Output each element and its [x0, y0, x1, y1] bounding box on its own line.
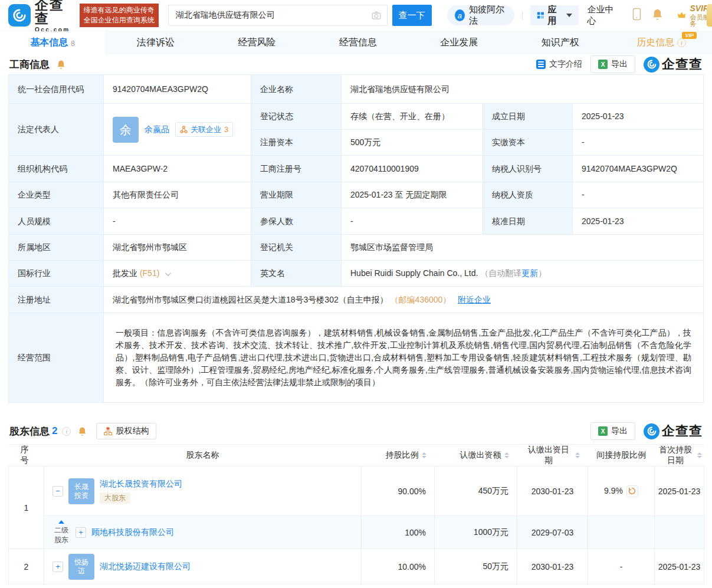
- zhibi-alpha-icon: a: [455, 9, 465, 21]
- notification-bell-icon[interactable]: [652, 8, 663, 23]
- level2-triangle-icon[interactable]: [58, 520, 64, 524]
- expand-button[interactable]: +: [76, 527, 86, 538]
- vip-badge: VIP: [682, 32, 697, 39]
- sort-icon[interactable]: [504, 452, 509, 458]
- enterprise-center-link[interactable]: 企业中心: [587, 4, 618, 27]
- text-intro-button[interactable]: 文字介绍: [536, 59, 582, 70]
- field-label: 企业名称: [251, 75, 342, 104]
- field-label: 实缴资本: [483, 130, 573, 156]
- address-zip: （邮编436000）: [391, 295, 451, 304]
- legal-rep-avatar[interactable]: 余: [113, 117, 139, 143]
- qcc-watermark: 企查查: [644, 422, 703, 440]
- indirect-value: 9.9%: [604, 485, 623, 495]
- info-icon[interactable]: i: [62, 427, 71, 436]
- qcc-watermark: 企查查: [644, 55, 703, 73]
- tab-basic-label: 基本信息: [30, 37, 68, 49]
- field-label: 所属地区: [9, 235, 104, 261]
- tab-legal[interactable]: 法律诉讼: [105, 31, 206, 54]
- shareholders-count: 2: [52, 425, 57, 437]
- nearby-link[interactable]: 附近企业: [458, 295, 491, 304]
- apps-menu-button[interactable]: 应用: [530, 5, 579, 25]
- indirect-value: -: [588, 549, 655, 584]
- tab-risk-label: 经营风险: [238, 37, 275, 49]
- export-label: 导出: [611, 59, 628, 70]
- svip-crown-icon: [677, 11, 687, 20]
- expand-button[interactable]: +: [53, 561, 63, 572]
- qcc-logo-icon[interactable]: [8, 4, 31, 27]
- equity-penetration-icon[interactable]: [626, 485, 638, 497]
- brand-slogan: 缔造有远见的商业传奇 全国企业信用查询系统: [80, 4, 159, 27]
- shareholder-link[interactable]: 湖北长晟投资有限公司: [100, 479, 182, 488]
- collapse-button[interactable]: −: [53, 486, 63, 497]
- shareholders-header: 股东信息 2 i 股权结构 X 导出: [0, 418, 712, 444]
- subscribe-bell-icon[interactable]: [78, 426, 87, 436]
- tab-development[interactable]: 企业发展: [409, 31, 510, 54]
- zhibi-alpha-button[interactable]: a 知彼阿尔法: [447, 5, 514, 25]
- tab-history[interactable]: VIP 历史信息 i: [611, 31, 712, 54]
- approval-date-value: 2025-01-23: [573, 208, 704, 235]
- credit-code-value: 91420704MAEA3GPW2Q: [104, 75, 251, 104]
- tab-ip[interactable]: 知识产权: [510, 31, 611, 54]
- top-header: 企查查 Qcc.com 缔造有远见的商业传奇 全国企业信用查询系统 查一下 a …: [0, 0, 712, 31]
- field-label: 经营范围: [9, 313, 104, 403]
- field-label: 人员规模: [9, 208, 104, 235]
- shareholder-avatar[interactable]: 长晟投资: [68, 478, 94, 504]
- paid-capital-value: -: [573, 130, 704, 156]
- reg-capital-value: 500万元: [342, 130, 483, 156]
- row-no: 2: [9, 549, 44, 584]
- equity-structure-button[interactable]: 股权结构: [96, 423, 156, 439]
- camera-icon[interactable]: [371, 10, 382, 23]
- tab-basic-info[interactable]: 基本信息 8: [0, 31, 105, 54]
- related-company-badge[interactable]: 关联企业 3: [175, 122, 233, 137]
- info-icon[interactable]: i: [677, 38, 686, 47]
- shareholder-link[interactable]: 顾地科技股份有限公司: [91, 527, 174, 538]
- company-type-value: 其他有限责任公司: [104, 182, 251, 208]
- sub-shareholder-name-cell: 二级 股东 + 顾地科技股份有限公司: [44, 516, 362, 549]
- industry-cell: 批发业 (F51): [104, 261, 251, 287]
- search-button[interactable]: 查一下: [392, 5, 432, 26]
- mobile-app-icon[interactable]: [632, 8, 641, 23]
- tab-risk[interactable]: 经营风险: [206, 31, 308, 54]
- brand-name: 企查查: [35, 0, 76, 25]
- tab-operation[interactable]: 经营信息: [307, 31, 409, 54]
- reg-authority-value: 鄂城区市场监督管理局: [342, 235, 704, 261]
- sort-icon[interactable]: [575, 452, 580, 458]
- translate-update-link[interactable]: 更新: [521, 268, 538, 278]
- export-button[interactable]: X 导出: [590, 422, 635, 440]
- org-code-value: MAEA3GPW-2: [104, 156, 251, 182]
- top-right-tools: a 知彼阿尔法 应用 企业中心: [447, 4, 712, 27]
- reg-status-value: 存续（在营、开业、在册）: [342, 104, 483, 130]
- field-label: 注册资本: [251, 130, 342, 156]
- subscribe-bell-icon[interactable]: [57, 60, 65, 70]
- export-button[interactable]: X 导出: [590, 55, 635, 73]
- col-no: 序号: [9, 445, 44, 467]
- major-holder-tag: 大股东: [100, 492, 130, 504]
- insured-count-value: -: [342, 208, 483, 235]
- related-company-label: 关联企业: [191, 124, 221, 136]
- taxpayer-qual-value: -: [573, 182, 704, 208]
- qcc-logo-text[interactable]: 企查查 Qcc.com: [35, 0, 76, 33]
- business-scope-value: 一般项目：信息咨询服务（不含许可类信息咨询服务），建筑材料销售,机械设备销售,金…: [104, 313, 704, 403]
- sort-icon[interactable]: [422, 452, 426, 458]
- date-value: 2029-07-03: [517, 516, 588, 549]
- equity-structure-icon: [104, 427, 112, 435]
- sort-icon[interactable]: [697, 452, 702, 458]
- business-info-title: 工商信息: [9, 58, 50, 71]
- legal-rep-link[interactable]: 余嬴品: [145, 123, 169, 136]
- first-date-cell: [655, 516, 704, 549]
- field-label: 组织机构代码: [9, 156, 104, 182]
- zhibi-alpha-label: 知彼阿尔法: [469, 4, 507, 27]
- chevron-down-icon[interactable]: [165, 270, 171, 276]
- field-label: 国标行业: [9, 261, 104, 287]
- shareholders-table-header-row: 序号 股东名称 持股比例 认缴出资额 认缴出资日期 间接持股比例 首次持股日期: [9, 445, 704, 467]
- ratio-value: 90.00%: [362, 467, 435, 516]
- amount-value: 1000万元: [435, 516, 517, 549]
- shareholders-table: 序号 股东名称 持股比例 认缴出资额 认缴出资日期 间接持股比例 首次持股日期 …: [8, 444, 704, 584]
- amount-value: 50万元: [435, 549, 517, 584]
- shareholder-avatar[interactable]: 悦扬迈: [68, 554, 94, 580]
- col-date: 认缴出资日期: [517, 445, 588, 467]
- shareholder-link[interactable]: 湖北悦扬迈建设有限公司: [100, 561, 191, 572]
- text-intro-label: 文字介绍: [549, 59, 582, 70]
- search-input[interactable]: [168, 5, 388, 26]
- apps-grid-icon: [537, 11, 544, 20]
